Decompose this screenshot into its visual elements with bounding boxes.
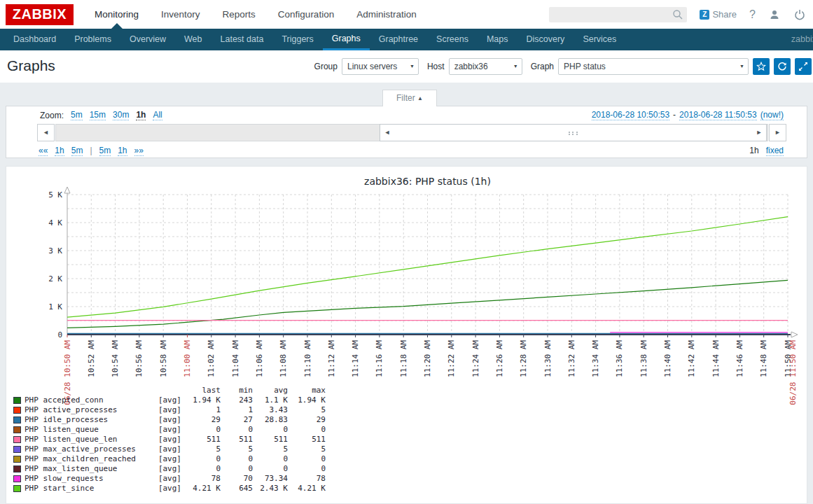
- nav-item-inventory[interactable]: Inventory: [150, 0, 211, 29]
- nav-item-administration[interactable]: Administration: [345, 0, 428, 29]
- fixed-link[interactable]: fixed: [766, 146, 784, 156]
- scrollbar-range[interactable]: ◄ ►: [380, 124, 767, 141]
- zoom-link-5m[interactable]: 5m: [71, 110, 83, 120]
- zoom-link-1h[interactable]: 1h: [136, 110, 146, 120]
- group-label: Group: [314, 62, 338, 71]
- svg-text:11:48 AM: 11:48 AM: [759, 340, 768, 377]
- subnav-item-problems[interactable]: Problems: [65, 29, 120, 50]
- nav-item-reports[interactable]: Reports: [211, 0, 267, 29]
- subnav-item-discovery[interactable]: Discovery: [517, 29, 574, 50]
- zoom-row: Zoom: 5m15m30m1hAll: [40, 110, 162, 120]
- period-link[interactable]: 5m: [99, 146, 111, 156]
- subnav-item-web[interactable]: Web: [175, 29, 211, 50]
- scrollbar-track[interactable]: ◄ ►: [55, 124, 768, 141]
- separator: |: [90, 146, 92, 156]
- svg-text:11:02 AM: 11:02 AM: [207, 340, 216, 377]
- svg-text:06/28 11:50 AM: 06/28 11:50 AM: [788, 340, 798, 405]
- graph-select[interactable]: PHP status▼: [558, 58, 749, 75]
- scroll-right-button[interactable]: ►: [769, 124, 786, 141]
- range-now-link[interactable]: (now!): [760, 110, 784, 120]
- legend-row: PHP listen_queue_len[avg]511511511511: [13, 435, 326, 444]
- fullscreen-button[interactable]: [795, 58, 812, 75]
- svg-text:11:22 AM: 11:22 AM: [447, 340, 456, 377]
- time-filter-panel: Zoom: 5m15m30m1hAll 2018-06-28 10:50:53 …: [6, 106, 807, 158]
- range-right-handle[interactable]: ►: [753, 125, 765, 141]
- svg-text:11:12 AM: 11:12 AM: [327, 340, 336, 377]
- range-drag-grip[interactable]: [568, 131, 579, 135]
- svg-text:10:58 AM: 10:58 AM: [159, 340, 168, 377]
- period-link[interactable]: ««: [39, 146, 48, 156]
- graph-filter-controls: Group Linux servers▼ Host zabbix36▼ Grap…: [310, 50, 812, 83]
- legend-row: PHP start_since[avg]4.21 K6452.43 K4.21 …: [13, 484, 326, 493]
- svg-text:11:00 AM: 11:00 AM: [183, 340, 192, 377]
- top-right-tools: Z Share ?: [549, 7, 806, 22]
- subnav-item-triggers[interactable]: Triggers: [272, 29, 322, 50]
- legend-color-swatch: [13, 426, 21, 433]
- zoom-link-15m[interactable]: 15m: [90, 110, 106, 120]
- zoom-link-30m[interactable]: 30m: [113, 110, 129, 120]
- refresh-icon: [777, 62, 787, 71]
- svg-text:10:52 AM: 10:52 AM: [87, 340, 96, 377]
- zoom-link-all[interactable]: All: [153, 110, 162, 120]
- nav-item-monitoring[interactable]: Monitoring: [83, 0, 150, 29]
- legend-row: PHP max_active_processes[avg]5555: [13, 444, 326, 454]
- share-button[interactable]: Z Share: [700, 9, 737, 20]
- star-icon: [756, 62, 766, 71]
- legend-row: PHP max_listen_queue[avg]0000: [13, 464, 326, 474]
- subnav-item-screens[interactable]: Screens: [427, 29, 478, 50]
- svg-text:11:06 AM: 11:06 AM: [255, 340, 264, 377]
- legend-color-swatch: [13, 446, 21, 453]
- svg-text:11:24 AM: 11:24 AM: [471, 340, 480, 377]
- page-title: Graphs: [7, 57, 55, 74]
- subnav-host-indicator: zabbix: [791, 29, 813, 50]
- subnav-item-services[interactable]: Services: [574, 29, 625, 50]
- subnav-item-graphs[interactable]: Graphs: [323, 29, 370, 50]
- filter-toggle-tab[interactable]: Filter ▲: [382, 90, 437, 106]
- period-link[interactable]: 1h: [118, 146, 127, 156]
- logout-icon[interactable]: [793, 8, 806, 21]
- svg-text:11:28 AM: 11:28 AM: [519, 340, 528, 377]
- range-to-link[interactable]: 2018-06-28 11:50:53: [679, 110, 757, 120]
- chevron-up-icon: ▲: [417, 95, 423, 102]
- legend-color-swatch: [13, 475, 21, 482]
- search-input[interactable]: [549, 7, 687, 22]
- subnav-item-graphtree[interactable]: Graphtree: [370, 29, 427, 50]
- subnav-item-dashboard[interactable]: Dashboard: [4, 29, 65, 50]
- user-profile-icon[interactable]: [768, 8, 781, 21]
- refresh-button[interactable]: [774, 58, 791, 75]
- favourite-button[interactable]: [753, 58, 770, 75]
- chevron-down-icon: ▼: [739, 59, 744, 74]
- svg-text:11:38 AM: 11:38 AM: [639, 340, 648, 377]
- subnav-item-maps[interactable]: Maps: [478, 29, 517, 50]
- nav-item-configuration[interactable]: Configuration: [267, 0, 345, 29]
- svg-text:11:30 AM: 11:30 AM: [543, 340, 553, 377]
- subnav-item-latest-data[interactable]: Latest data: [211, 29, 273, 50]
- range-from-link[interactable]: 2018-06-28 10:50:53: [592, 110, 669, 120]
- subnav-item-overview[interactable]: Overview: [120, 29, 175, 50]
- period-span: 1h: [749, 146, 758, 156]
- legend-color-swatch: [13, 407, 21, 414]
- legend-row: PHP idle_processes[avg]292728.8329: [13, 415, 326, 425]
- svg-text:11:14 AM: 11:14 AM: [351, 340, 360, 377]
- period-nav-links: ««1h5m|5m1h»»: [39, 146, 144, 156]
- range-left-handle[interactable]: ◄: [382, 125, 393, 141]
- period-link[interactable]: 1h: [55, 146, 64, 156]
- zabbix-logo[interactable]: ZABBIX: [6, 4, 74, 25]
- scroll-left-button[interactable]: ◄: [37, 124, 55, 141]
- legend-header-row: lastminavgmax: [13, 386, 326, 396]
- period-link[interactable]: »»: [134, 146, 144, 156]
- chevron-down-icon: ▼: [513, 59, 518, 74]
- svg-text:0: 0: [57, 330, 62, 340]
- host-label: Host: [427, 62, 445, 71]
- legend-color-swatch: [13, 416, 21, 424]
- page-header: Graphs Group Linux servers▼ Host zabbix3…: [0, 50, 813, 83]
- page-body: Filter ▲ Zoom: 5m15m30m1hAll 2018-06-28 …: [0, 83, 813, 504]
- svg-text:11:16 AM: 11:16 AM: [375, 340, 384, 377]
- range-separator: -: [673, 110, 676, 120]
- help-icon[interactable]: ?: [749, 8, 756, 21]
- svg-text:2 K: 2 K: [48, 274, 62, 284]
- host-select[interactable]: zabbix36▼: [449, 58, 522, 75]
- graph-widget: zabbix36: PHP status (1h)5 K4 K3 K2 K1 K…: [6, 166, 807, 504]
- period-link[interactable]: 5m: [71, 146, 83, 156]
- group-select[interactable]: Linux servers▼: [342, 58, 419, 75]
